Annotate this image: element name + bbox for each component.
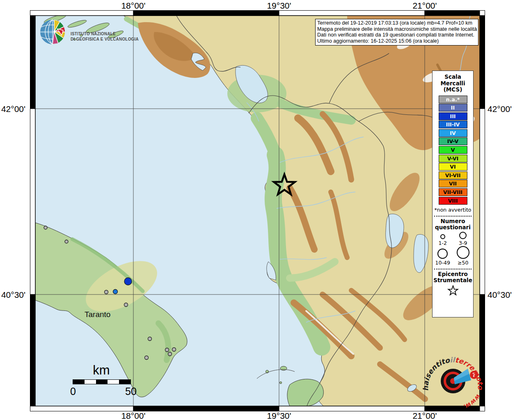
ingv-globe-icon	[39, 18, 66, 46]
haisentito-target-icon	[441, 369, 471, 393]
mcs-box-v-vi: V-VI	[439, 155, 467, 162]
questionnaire-class-≥50: ≥50	[453, 246, 474, 266]
questionnaire-class-1-2: 1-2	[433, 232, 453, 246]
questionnaire-point	[168, 352, 172, 356]
epicenter-title-line1: Epicentro	[433, 271, 473, 278]
legend-title-line2: Mercalli	[433, 80, 473, 87]
mcs-box-iv: IV	[439, 129, 467, 137]
epicenter-legend-title: Epicentro Strumentale	[433, 271, 473, 284]
event-info-box: Terremoto del 19-12-2019 17:03:13 (ora l…	[315, 19, 478, 46]
axis-label-top-18: 18°00'	[109, 1, 158, 11]
macroseismic-map-page: Taranto 18°00' 19°3	[0, 0, 515, 420]
info-line-map-desc: Mappa preliminare delle intensità macros…	[317, 26, 476, 32]
mcs-box-ii: II	[439, 104, 467, 112]
questionnaire-size-icon	[459, 232, 467, 239]
info-line-data-source: Dati non verificati estratti da 19 quest…	[317, 32, 476, 38]
axis-label-left-42: 42°00'	[0, 104, 25, 114]
map-canvas: Taranto	[35, 16, 480, 406]
legend-panel: Scala Mercalli (MCS) n.a.*IIIIIIII-IVIVI…	[432, 71, 474, 317]
legend-title-line1: Scala	[433, 74, 473, 80]
ingv-logo-line2: DI GEOFISICA E VULCANOLOGIA	[71, 37, 139, 42]
questionnaire-point	[165, 348, 169, 352]
scalebar-seg2	[85, 380, 96, 384]
questionnaire-point	[113, 290, 118, 294]
axis-label-top-1930: 19°30'	[254, 1, 304, 11]
questionnaire-title-line2: questionari	[433, 224, 473, 231]
haisentito-www-text: www.	[462, 393, 482, 411]
epicenter-title-line2: Strumentale	[433, 277, 473, 284]
questionnaire-point	[105, 290, 108, 294]
legend-title: Scala Mercalli (MCS)	[433, 74, 473, 93]
scalebar-start-label: 0	[69, 386, 78, 397]
legend-title-line3: (MCS)	[433, 87, 473, 93]
questionnaire-point	[172, 348, 176, 352]
axis-label-bottom-1930: 19°30'	[254, 411, 304, 420]
ingv-logo-text: ISTITUTO NAZIONALE DI GEOFISICA E VULCAN…	[71, 31, 139, 42]
mcs-box-v: V	[439, 146, 467, 154]
city-label-taranto: Taranto	[85, 310, 110, 319]
questionnaire-class-10-49: 10-49	[433, 246, 453, 266]
info-line-updated: Ultimo aggiornamento: 16-12-2025 15:06 (…	[317, 38, 476, 44]
mcs-box-iii: III	[439, 112, 467, 120]
questionnaire-size-label: 10-49	[435, 260, 450, 266]
mcs-box-vii: VII	[439, 180, 467, 187]
questionnaire-size-label: 3-9	[459, 240, 467, 246]
legend-footnote: *non avvertito	[433, 207, 473, 213]
mcs-box-vii-viii: VII-VIII	[439, 188, 467, 196]
questionnaire-point	[124, 303, 128, 307]
questionnaire-size-icon	[440, 234, 445, 239]
questionnaire-point	[124, 278, 132, 285]
haisentito-logo: ? haisentitoilterremoto.it www.	[418, 346, 492, 413]
axis-label-bottom-18: 18°00'	[109, 411, 158, 420]
scalebar-unit-label: km	[81, 363, 122, 378]
mcs-box-vi: VI	[439, 163, 467, 171]
questionnaire-legend-title: Numero questionari	[433, 218, 473, 231]
questionnaire-size-icon	[437, 249, 448, 259]
questionnaire-class-3-9: 3-9	[453, 232, 474, 246]
axis-label-right-42: 42°00'	[488, 104, 515, 114]
mcs-scale: n.a.*IIIIIIII-IVIVIV-VVV-VIVIVI-VIIVIIVI…	[433, 96, 473, 205]
questionnaire-size-classes: 1-23-910-49≥50	[433, 232, 473, 266]
legend-divider-2	[434, 269, 472, 269]
axis-label-right-4030: 40°30'	[488, 290, 515, 300]
mcs-box-iii-iv: III-IV	[439, 121, 467, 128]
mcs-box-viii: VIII	[439, 197, 467, 205]
scalebar	[73, 379, 131, 384]
mcs-box-n.a.*: n.a.*	[439, 96, 467, 103]
questionnaire-title-line1: Numero	[433, 218, 473, 225]
questionnaire-size-label: ≥50	[458, 260, 468, 266]
axis-label-top-21: 21°00'	[400, 1, 449, 11]
scalebar-end-label: 50	[124, 386, 138, 397]
scalebar-seg5	[119, 380, 130, 384]
mcs-box-iv-v: IV-V	[439, 137, 467, 145]
questionnaire-point	[145, 356, 149, 360]
scalebar-seg1	[73, 380, 85, 384]
questionnaire-point	[44, 226, 47, 229]
legend-divider	[434, 216, 472, 217]
mcs-box-vi-vii: VI-VII	[439, 171, 467, 179]
scalebar-seg3	[96, 380, 108, 384]
scalebar-seg4	[108, 380, 119, 384]
info-line-event: Terremoto del 19-12-2019 17:03:13 (ora l…	[317, 20, 476, 26]
questionnaire-size-icon	[457, 246, 469, 259]
epicenter-star-icon	[447, 285, 459, 297]
questionnaire-point	[148, 337, 152, 341]
axis-label-left-4030: 40°30'	[0, 290, 25, 300]
ingv-logo-line1: ISTITUTO NAZIONALE	[71, 31, 139, 37]
questionnaire-size-label: 1-2	[439, 240, 447, 246]
questionnaire-point	[65, 240, 68, 243]
